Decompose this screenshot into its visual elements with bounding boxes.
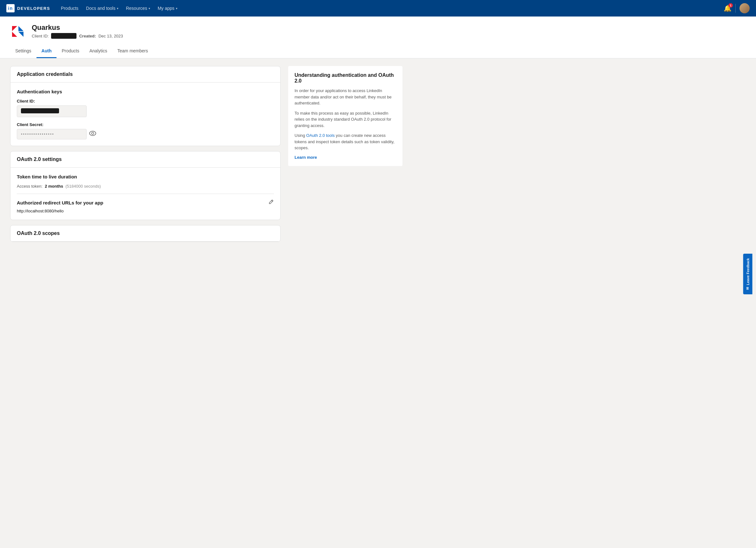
created-label: Created: <box>79 34 96 38</box>
info-para2: To make this process as easy as possible… <box>295 110 396 129</box>
redirect-url-value: http://localhost:8080/hello <box>17 208 274 213</box>
main-content: Application credentials Authentication k… <box>0 58 413 249</box>
learn-more-link[interactable]: Learn more <box>295 155 396 160</box>
tab-analytics[interactable]: Analytics <box>84 44 112 58</box>
credentials-card-body: Authentication keys Client ID: Client Se… <box>10 82 280 146</box>
brand-text: DEVELOPERS <box>17 6 50 11</box>
docs-chevron-icon: ▾ <box>117 7 118 10</box>
client-id-field-label: Client ID: <box>17 99 274 103</box>
access-token-seconds: (5184000 seconds) <box>65 184 101 188</box>
oauth-settings-card: OAuth 2.0 settings Token time to live du… <box>10 151 281 220</box>
svg-marker-2 <box>18 26 23 31</box>
client-id-masked <box>21 108 59 113</box>
app-name: Quarkus <box>32 23 123 32</box>
feedback-icon: ✉ <box>746 287 750 290</box>
app-header: Quarkus Client ID: Created: Dec 13, 2023… <box>0 16 756 58</box>
access-token-info: Access token: 2 months (5184000 seconds) <box>17 184 274 188</box>
notification-badge: 1 <box>728 3 733 8</box>
oauth-scopes-header: OAuth 2.0 scopes <box>10 225 280 241</box>
nav-divider <box>735 4 736 13</box>
app-meta: Quarkus Client ID: Created: Dec 13, 2023 <box>32 23 123 39</box>
right-panel: Understanding authentication and OAuth 2… <box>288 66 402 242</box>
left-panel: Application credentials Authentication k… <box>10 66 281 242</box>
redirect-section-title: Authorized redirect URLs for your app <box>17 200 103 205</box>
token-ttl-title: Token time to live duration <box>17 174 274 179</box>
oauth-settings-body: Token time to live duration Access token… <box>10 168 280 220</box>
nav-links: Products Docs and tools ▾ Resources ▾ My… <box>58 4 716 13</box>
tab-team-members[interactable]: Team members <box>112 44 153 58</box>
edit-redirect-button[interactable] <box>268 199 274 206</box>
resources-chevron-icon: ▾ <box>149 7 150 10</box>
avatar-image <box>739 3 750 13</box>
svg-point-4 <box>90 131 96 135</box>
tab-products[interactable]: Products <box>56 44 84 58</box>
client-secret-label: Client Secret: <box>17 122 274 127</box>
client-secret-field: •••••••••••••••• <box>17 129 87 139</box>
client-id-field <box>17 105 87 117</box>
user-avatar[interactable] <box>739 3 750 13</box>
tab-settings[interactable]: Settings <box>10 44 36 58</box>
auth-keys-title: Authentication keys <box>17 89 274 94</box>
myapps-chevron-icon: ▾ <box>176 7 177 10</box>
tab-auth[interactable]: Auth <box>36 44 57 58</box>
svg-point-5 <box>92 132 94 135</box>
svg-marker-1 <box>12 32 17 37</box>
nav-docs[interactable]: Docs and tools ▾ <box>83 4 122 13</box>
client-id-label: Client ID: <box>32 34 49 38</box>
oauth-tools-link[interactable]: OAuth 2.0 tools <box>306 133 335 138</box>
access-token-label: Access token: <box>17 184 43 188</box>
linkedin-logo: in <box>6 4 15 12</box>
feedback-tab[interactable]: ✉ Leave Feedback <box>743 254 753 294</box>
client-id-display <box>51 33 76 39</box>
reveal-secret-button[interactable] <box>89 130 96 138</box>
created-date: Dec 13, 2023 <box>98 34 123 38</box>
navbar: in DEVELOPERS Products Docs and tools ▾ … <box>0 0 756 16</box>
credentials-card: Application credentials Authentication k… <box>10 66 281 146</box>
tabs: Settings Auth Products Analytics Team me… <box>10 44 746 58</box>
info-para3: Using OAuth 2.0 tools you can create new… <box>295 132 396 151</box>
notification-bell[interactable]: 🔔 1 <box>724 4 732 12</box>
redirect-header-row: Authorized redirect URLs for your app <box>17 199 274 206</box>
nav-products[interactable]: Products <box>58 4 82 13</box>
svg-marker-3 <box>18 32 23 37</box>
nav-right: 🔔 1 <box>724 3 750 13</box>
oauth-scopes-card: OAuth 2.0 scopes <box>10 225 281 242</box>
app-info: Quarkus Client ID: Created: Dec 13, 2023 <box>10 23 746 39</box>
nav-myapps[interactable]: My apps ▾ <box>155 4 181 13</box>
svg-marker-0 <box>12 26 17 31</box>
oauth-settings-header: OAuth 2.0 settings <box>10 151 280 168</box>
credentials-card-header: Application credentials <box>10 66 280 82</box>
nav-resources[interactable]: Resources ▾ <box>123 4 153 13</box>
info-box: Understanding authentication and OAuth 2… <box>288 66 402 166</box>
brand: in DEVELOPERS <box>6 4 50 12</box>
secret-row: •••••••••••••••• <box>17 129 274 139</box>
info-para1: In order for your applications to access… <box>295 88 396 106</box>
quarkus-logo <box>10 23 27 39</box>
divider <box>17 194 274 194</box>
feedback-label: Leave Feedback <box>746 258 750 285</box>
para3-prefix: Using <box>295 133 306 138</box>
info-box-title: Understanding authentication and OAuth 2… <box>295 72 396 84</box>
app-id-row: Client ID: Created: Dec 13, 2023 <box>32 33 123 39</box>
access-token-duration: 2 months <box>45 184 63 188</box>
